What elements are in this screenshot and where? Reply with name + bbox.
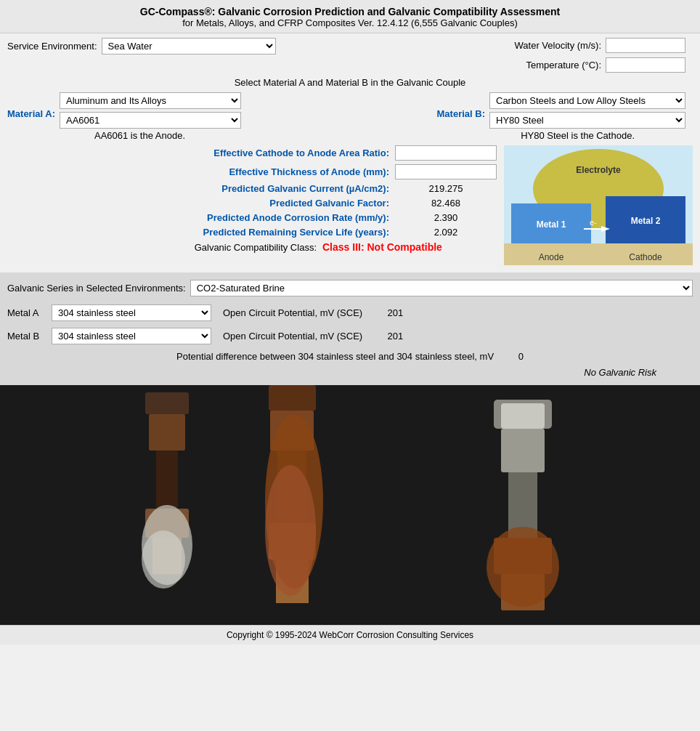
galvanic-diagram: e- Electrolyte Metal 1 Metal 2 Anode Cat…	[504, 145, 693, 265]
select-materials-label: Select Material A and Material B in the …	[7, 77, 693, 88]
temperature-input[interactable]: 25.00	[606, 57, 685, 73]
galvanic-current-label: Predicted Galvanic Current (µA/cm2):	[7, 183, 395, 194]
svg-point-20	[142, 530, 185, 589]
metal-a-ocp-value: 201	[367, 307, 403, 318]
compatibility-class-value: Class III: Not Compatible	[322, 241, 497, 253]
remaining-life-label: Predicted Remaining Service Life (years)…	[7, 227, 395, 238]
water-velocity-input[interactable]: 0.000	[606, 38, 685, 53]
svg-text:Metal 2: Metal 2	[631, 216, 661, 226]
material-b-material-select[interactable]: HY80 Steel 1018 Steel 4130 Steel	[489, 112, 685, 129]
potential-diff-text: Potential difference between 304 stainle…	[176, 351, 494, 362]
header-subtitle: for Metals, Alloys, and CFRP Composites …	[3, 17, 697, 28]
galvanic-series-select[interactable]: CO2-Saturated Brine Sea Water Fresh Wate…	[190, 280, 693, 296]
galvanic-series-section: Galvanic Series in Selected Environments…	[0, 272, 700, 385]
anode-text: AA6061 is the Anode.	[94, 130, 185, 141]
galvanic-current-value: 219.275	[395, 183, 497, 194]
anode-corrosion-label: Predicted Anode Corrosion Rate (mm/y):	[7, 212, 395, 223]
svg-point-27	[265, 465, 316, 596]
svg-rect-21	[269, 385, 316, 411]
service-environment-select[interactable]: Sea Water Fresh Water CO2-Saturated Brin…	[102, 38, 276, 54]
metal-b-series-label: Metal B	[7, 331, 47, 342]
footer: Copyright © 1995-2024 WebCorr Corrosion …	[0, 625, 700, 645]
effective-thickness-input[interactable]: 5.000	[395, 164, 497, 179]
svg-rect-15	[149, 414, 185, 451]
footer-text: Copyright © 1995-2024 WebCorr Corrosion …	[227, 630, 473, 640]
header-title: GC-Compass®: Galvanic Corrosion Predicti…	[3, 6, 697, 17]
corrosion-image	[0, 385, 700, 625]
material-b-label: Material B:	[437, 108, 485, 119]
app-container: GC-Compass®: Galvanic Corrosion Predicti…	[0, 0, 700, 645]
water-velocity-label: Water Velocity (m/s):	[515, 40, 601, 51]
metal-b-ocp-label: Open Circuit Potential, mV (SCE)	[223, 331, 362, 342]
metal-b-ocp-value: 201	[367, 331, 403, 342]
corrosion-photo	[0, 385, 700, 625]
temperature-label: Temperature (°C):	[526, 60, 601, 70]
main-content: Service Environment: Sea Water Fresh Wat…	[0, 33, 700, 272]
svg-text:Electrolyte: Electrolyte	[576, 165, 621, 175]
galvanic-series-label: Galvanic Series in Selected Environments…	[7, 283, 186, 294]
metal-b-series-select[interactable]: 304 stainless steel 316 stainless steel …	[52, 328, 211, 344]
svg-rect-29	[501, 429, 545, 472]
svg-rect-14	[145, 392, 189, 414]
potential-diff-value: 0	[518, 351, 524, 362]
anode-corrosion-value: 2.390	[395, 212, 497, 223]
material-a-label: Material A:	[7, 108, 55, 119]
svg-rect-34	[501, 403, 545, 429]
potential-diff-row: Potential difference between 304 stainle…	[0, 349, 700, 364]
material-a-material-select[interactable]: AA6061 AA2024 AA7075	[60, 112, 241, 129]
header: GC-Compass®: Galvanic Corrosion Predicti…	[0, 0, 700, 33]
galvanic-factor-label: Predicted Galvanic Factor:	[7, 198, 395, 209]
metal-a-series-label: Metal A	[7, 307, 47, 318]
svg-point-33	[487, 527, 559, 607]
svg-text:e-: e-	[590, 218, 597, 227]
effective-thickness-label: Effective Thickness of Anode (mm):	[7, 166, 395, 177]
svg-rect-16	[156, 451, 178, 509]
remaining-life-value: 2.092	[395, 227, 497, 238]
galvanic-diagram-container: e- Electrolyte Metal 1 Metal 2 Anode Cat…	[504, 145, 693, 265]
svg-text:Metal 1: Metal 1	[537, 219, 566, 230]
galvanic-factor-value: 82.468	[395, 198, 497, 209]
metal-a-series-select[interactable]: 304 stainless steel 316 stainless steel …	[52, 304, 211, 321]
svg-rect-4	[504, 243, 693, 265]
svg-text:Cathode: Cathode	[629, 252, 662, 262]
compatibility-class-label: Galvanic Compatibility Class:	[7, 242, 322, 253]
service-environment-label: Service Environment:	[7, 41, 97, 52]
metal-a-ocp-label: Open Circuit Potential, mV (SCE)	[223, 307, 362, 318]
svg-text:Anode: Anode	[539, 252, 564, 262]
no-galvanic-risk: No Galvanic Risk	[0, 366, 700, 381]
cathode-anode-ratio-label: Effective Cathode to Anode Area Ratio:	[7, 148, 395, 158]
material-b-category-select[interactable]: Carbon Steels and Low Alloy Steels Alumi…	[489, 92, 685, 109]
cathode-anode-ratio-input[interactable]: 14.000	[395, 145, 497, 161]
cathode-text: HY80 Steel is the Cathode.	[521, 130, 635, 141]
svg-rect-13	[0, 385, 700, 625]
material-a-category-select[interactable]: Aluminum and Its Alloys Carbon Steels an…	[60, 92, 241, 109]
